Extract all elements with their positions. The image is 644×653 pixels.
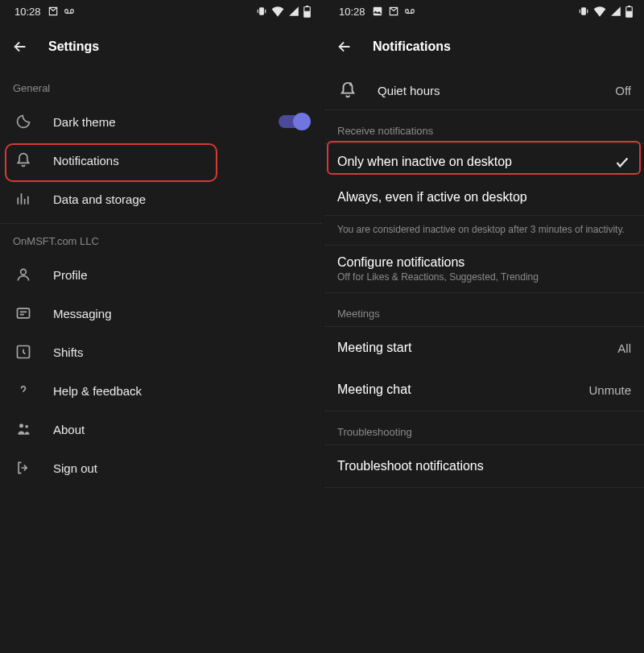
svg-rect-1 [70, 10, 73, 14]
svg-rect-0 [64, 10, 68, 14]
vibrate-icon [578, 6, 589, 17]
configure-sublabel: Off for Likes & Reactions, Suggested, Tr… [337, 271, 631, 283]
signout-icon [13, 460, 34, 476]
notifications-screen: 10:28 Notifications Quiet hours Off Rece… [324, 0, 644, 653]
quiet-hours-value: Off [615, 84, 631, 97]
troubleshoot-label: Troubleshoot notifications [337, 459, 631, 473]
notifications-label: Notifications [53, 154, 309, 167]
status-bar: 10:28 [0, 0, 322, 23]
image-icon [372, 6, 383, 17]
battery-icon [303, 6, 311, 18]
wifi-icon [593, 6, 606, 17]
notifications-row[interactable]: Notifications [0, 141, 322, 180]
section-receive: Receive notifications [324, 110, 644, 143]
data-storage-row[interactable]: Data and storage [0, 180, 322, 218]
mail-icon [388, 6, 399, 17]
help-row[interactable]: Help & feedback [0, 371, 322, 410]
only-inactive-label: Only when inactive on desktop [337, 155, 594, 169]
svg-rect-17 [626, 10, 633, 17]
meeting-chat-row[interactable]: Meeting chat Unmute [324, 369, 644, 411]
section-meetings: Meetings [324, 293, 644, 326]
dark-theme-row[interactable]: Dark theme [0, 102, 322, 141]
quiet-hours-icon [337, 81, 358, 99]
help-label: Help & feedback [53, 384, 309, 398]
page-title: Notifications [373, 39, 451, 54]
settings-screen: 10:28 Settings General Dark theme Notifi… [0, 0, 322, 653]
svg-rect-13 [411, 10, 414, 14]
svg-rect-2 [259, 7, 264, 14]
status-time: 10:28 [339, 6, 365, 18]
about-label: About [53, 423, 309, 436]
messaging-label: Messaging [53, 307, 309, 320]
check-icon [613, 153, 631, 171]
wifi-icon [271, 6, 284, 17]
only-inactive-row[interactable]: Only when inactive on desktop [324, 144, 644, 180]
voicemail-icon [404, 6, 415, 17]
configure-label: Configure notifications [337, 255, 631, 270]
app-bar: Settings [0, 23, 322, 71]
quiet-hours-label: Quiet hours [378, 84, 596, 97]
shifts-label: Shifts [53, 345, 309, 359]
shifts-row[interactable]: Shifts [0, 333, 322, 371]
status-bar: 10:28 [324, 0, 644, 23]
moon-icon [13, 114, 34, 130]
svg-rect-14 [581, 7, 586, 14]
vibrate-icon [256, 6, 267, 17]
always-label: Always, even if active on desktop [337, 190, 631, 205]
about-row[interactable]: About [0, 410, 322, 448]
messaging-row[interactable]: Messaging [0, 294, 322, 333]
dark-theme-toggle[interactable] [279, 115, 309, 128]
meeting-chat-value: Unmute [588, 383, 631, 397]
svg-rect-16 [628, 6, 630, 7]
clock-icon [13, 344, 34, 360]
inactive-description: You are considered inactive on desktop a… [324, 216, 644, 246]
quiet-hours-row[interactable]: Quiet hours Off [324, 71, 644, 110]
back-button[interactable] [11, 38, 29, 56]
signal-icon [610, 6, 621, 17]
back-button[interactable] [336, 38, 353, 56]
svg-point-6 [21, 269, 27, 275]
messaging-icon [13, 305, 34, 321]
profile-icon [13, 267, 34, 283]
svg-point-9 [19, 424, 23, 428]
svg-rect-7 [18, 308, 30, 318]
voicemail-icon [64, 6, 75, 17]
profile-row[interactable]: Profile [0, 255, 322, 294]
svg-rect-4 [306, 6, 308, 7]
always-row[interactable]: Always, even if active on desktop [324, 180, 644, 215]
signout-label: Sign out [53, 461, 309, 475]
app-bar: Notifications [324, 23, 644, 71]
profile-label: Profile [53, 268, 309, 282]
troubleshoot-row[interactable]: Troubleshoot notifications [324, 445, 644, 487]
svg-rect-11 [373, 7, 382, 16]
meeting-start-row[interactable]: Meeting start All [324, 327, 644, 369]
page-title: Settings [48, 39, 99, 54]
chart-icon [13, 191, 34, 207]
battery-icon [625, 6, 633, 18]
configure-row[interactable]: Configure notifications Off for Likes & … [324, 246, 644, 292]
signout-row[interactable]: Sign out [0, 448, 322, 487]
meeting-start-label: Meeting start [337, 341, 598, 355]
section-troubleshooting: Troubleshooting [324, 411, 644, 444]
svg-rect-12 [405, 10, 408, 14]
meeting-start-value: All [617, 341, 631, 355]
dark-theme-label: Dark theme [53, 115, 259, 129]
teams-icon [13, 421, 34, 437]
signal-icon [288, 6, 299, 17]
data-storage-label: Data and storage [53, 192, 309, 206]
svg-point-10 [25, 425, 28, 428]
mail-icon [47, 6, 59, 17]
section-general: General [0, 71, 322, 102]
bell-icon [13, 152, 34, 168]
svg-rect-5 [304, 10, 311, 17]
help-icon [13, 382, 34, 399]
status-time: 10:28 [14, 6, 41, 18]
meeting-chat-label: Meeting chat [337, 382, 569, 397]
section-org: OnMSFT.com LLC [0, 224, 322, 255]
